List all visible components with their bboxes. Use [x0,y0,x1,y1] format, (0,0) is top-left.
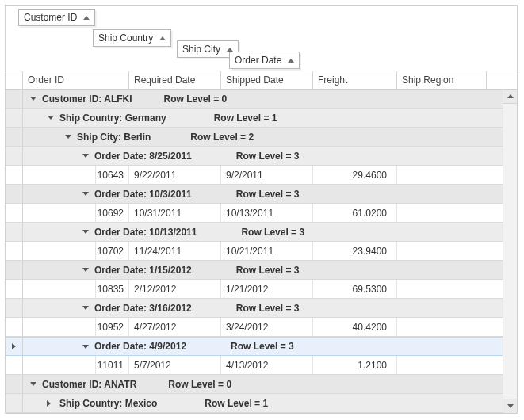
row-indicator [6,318,23,336]
cell-freight: 1.2100 [313,356,397,374]
cell-ship-region [397,280,503,298]
cell-shipped-date: 3/24/2012 [221,318,313,336]
scroll-up-button[interactable] [503,90,517,104]
scroll-down-button[interactable] [503,399,517,413]
data-row[interactable]: 109524/27/20123/24/201240.4200 [6,318,503,337]
cell-required-date: 11/24/2011 [129,242,221,260]
row-indicator [6,338,23,355]
cell-required-date: 9/22/2011 [129,166,221,184]
grid-container: Customer ID Ship Country Ship City Order… [5,5,518,414]
collapse-icon[interactable] [82,152,90,160]
sort-asc-icon [83,16,90,20]
row-level-value: 1 [272,113,277,124]
column-header-shipped-date[interactable]: Shipped Date [221,71,313,89]
row-indicator [6,394,23,412]
group-row-country[interactable]: Ship Country: Mexico Row Level = 1 [6,394,503,413]
cell-shipped-date: 10/21/2011 [221,242,313,260]
group-row-customer[interactable]: Customer ID: ALFKI Row Level = 0 [6,90,503,109]
row-indicator [6,261,23,279]
row-indicator [6,204,23,222]
cell-required-date: 10/31/2011 [129,204,221,222]
group-key-value: ANATR [104,379,136,390]
data-row[interactable]: 110115/7/20124/13/20121.2100 [6,356,503,375]
group-box-label: Customer ID [24,12,77,23]
row-level-label: Row Level = [168,379,224,390]
collapse-icon[interactable] [82,228,90,236]
cell-freight: 23.9400 [313,242,397,260]
group-key-label: Ship Country: [59,113,122,124]
group-box-customer-id[interactable]: Customer ID [18,9,95,26]
row-indicator [6,299,23,317]
data-row[interactable]: 1069210/31/201110/13/201161.0200 [6,204,503,223]
row-level-value: 0 [222,94,228,105]
group-row-city[interactable]: Ship City: Berlin Row Level = 2 [6,128,503,147]
column-header-order-id[interactable]: Order ID [23,71,129,89]
row-indicator [6,375,23,393]
row-level-label: Row Level = [164,94,220,105]
cell-freight: 61.0200 [313,204,397,222]
cell-shipped-date: 4/13/2012 [221,356,313,374]
collapse-icon[interactable] [82,304,90,312]
column-header-row: Order ID Required Date Shipped Date Frei… [6,71,517,90]
collapse-icon[interactable] [29,380,37,388]
data-row[interactable]: 108352/12/20121/21/201269.5300 [6,280,503,299]
grid-body: Customer ID: ALFKI Row Level = 0 Ship Co… [6,90,503,413]
collapse-icon[interactable] [64,133,72,141]
row-indicator [6,242,23,260]
group-box-ship-country[interactable]: Ship Country [93,29,171,47]
collapse-icon[interactable] [29,95,37,103]
chevron-down-icon [507,404,514,408]
group-box-label: Ship City [182,44,220,55]
cell-order-id: 10692 [96,204,129,222]
expand-icon[interactable] [47,399,55,407]
cell-ship-region [397,356,503,374]
cell-ship-region [397,242,503,260]
sort-asc-icon [227,48,233,52]
row-level-value: 2 [248,132,254,143]
group-row-order-date[interactable]: Order Date: 3/16/2012Row Level = 3 [6,299,503,318]
group-row-order-date[interactable]: Order Date: 10/13/2011Row Level = 3 [6,223,503,242]
column-header-freight[interactable]: Freight [313,71,397,89]
row-indicator [6,185,23,203]
row-indicator [6,109,23,127]
collapse-icon[interactable] [82,342,90,350]
vertical-scrollbar[interactable] [503,90,517,413]
cell-freight: 40.4200 [313,318,397,336]
cell-order-id: 10702 [96,242,129,260]
cell-shipped-date: 1/21/2012 [221,280,313,298]
cell-required-date: 5/7/2012 [129,356,221,374]
group-box-label: Ship Country [98,32,153,44]
collapse-icon[interactable] [82,266,90,274]
row-indicator [6,128,23,146]
cell-ship-region [397,204,503,222]
collapse-icon[interactable] [82,190,90,198]
row-indicator [6,166,23,184]
cell-required-date: 2/12/2012 [129,280,221,298]
group-row-order-date[interactable]: Order Date: 8/25/2011Row Level = 3 [6,147,503,166]
group-row-customer[interactable]: Customer ID: ANATR Row Level = 0 [6,375,503,394]
group-row-country[interactable]: Ship Country: Germany Row Level = 1 [6,109,503,128]
sort-asc-icon [288,59,294,63]
data-row[interactable]: 1070211/24/201110/21/201123.9400 [6,242,503,261]
column-header-required-date[interactable]: Required Date [129,71,221,89]
column-header-ship-region[interactable]: Ship Region [397,71,487,89]
group-key-label: Customer ID: [42,94,101,105]
cell-order-id: 10643 [96,166,129,184]
group-row-order-date[interactable]: Order Date: 4/9/2012Row Level = 3 [6,337,503,356]
collapse-icon[interactable] [47,114,55,122]
group-row-order-date[interactable]: Order Date: 1/15/2012Row Level = 3 [6,261,503,280]
group-key-value: Berlin [124,132,151,143]
cell-order-id: 10835 [96,280,129,298]
cell-freight: 69.5300 [313,280,397,298]
cell-shipped-date: 10/13/2011 [221,204,313,222]
data-row[interactable]: 106439/22/20119/2/201129.4600 [6,166,503,185]
scroll-track[interactable] [503,104,517,399]
group-row-order-date[interactable]: Order Date: 10/3/2011Row Level = 3 [6,185,503,204]
group-by-panel: Customer ID Ship Country Ship City Order… [6,6,517,71]
group-key-label: Customer ID: [42,379,101,390]
group-box-order-date[interactable]: Order Date [229,52,300,69]
row-level-value: 0 [226,379,231,390]
row-indicator-header [6,71,23,89]
group-key-label: Ship Country: [59,398,122,409]
group-key-value: ALFKI [104,94,132,105]
